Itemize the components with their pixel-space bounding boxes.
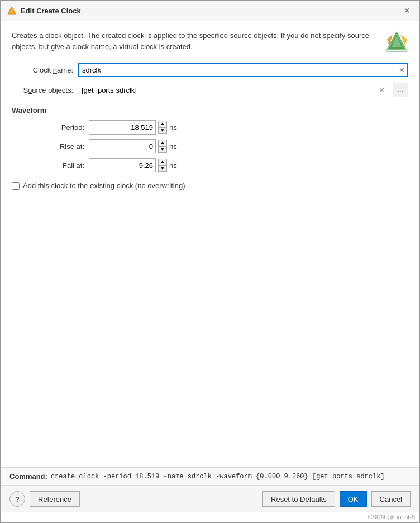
description-text: Creates a clock object. The created cloc…	[12, 30, 379, 52]
reference-button[interactable]: Reference	[30, 491, 80, 507]
waveform-title: Waveform	[12, 106, 408, 114]
title-icon: !	[7, 6, 16, 15]
help-button[interactable]: ?	[9, 491, 25, 507]
source-objects-input[interactable]	[78, 83, 388, 97]
dialog-window: ! Edit Create Clock ✕ Creates a clock ob…	[0, 0, 420, 523]
source-objects-label: Source objects:	[12, 86, 73, 94]
fall-at-down-button[interactable]: ▼	[158, 165, 167, 172]
svg-text:!: !	[11, 9, 13, 14]
clock-name-input-wrapper: ✕	[78, 63, 408, 77]
source-objects-row: Source objects: ✕ ...	[12, 83, 408, 97]
fall-at-input[interactable]	[89, 158, 156, 172]
footer-left: ? Reference	[9, 491, 80, 507]
period-down-button[interactable]: ▼	[158, 127, 167, 134]
rise-at-row: Rise at: ▲ ▼ ns	[23, 139, 408, 153]
period-spinner: ▲ ▼	[158, 121, 167, 134]
description-area: Creates a clock object. The created cloc…	[12, 30, 408, 54]
waveform-section: Waveform Period: ▲ ▼ ns R	[12, 106, 408, 172]
body-spacer	[12, 199, 408, 458]
fall-at-spinner: ▲ ▼	[158, 159, 167, 172]
rise-at-unit: ns	[169, 142, 183, 151]
rise-at-label: Rise at:	[23, 142, 84, 151]
ok-button[interactable]: OK	[340, 491, 367, 507]
form-section: Clock name: ✕ Source objects: ✕ ...	[12, 63, 408, 97]
add-clock-checkbox-row: Add this clock to the existing clock (no…	[12, 181, 408, 190]
fall-at-input-wrapper: ▲ ▼ ns	[89, 158, 183, 172]
source-objects-browse-button[interactable]: ...	[393, 83, 408, 97]
fall-at-label: Fall at:	[23, 161, 84, 170]
watermark: CSDN @Linest-5	[1, 512, 419, 522]
rise-at-input-wrapper: ▲ ▼ ns	[89, 139, 183, 153]
source-objects-input-wrapper: ✕	[78, 83, 388, 97]
rise-at-spinner: ▲ ▼	[158, 140, 167, 153]
clock-name-row: Clock name: ✕	[12, 63, 408, 77]
close-button[interactable]: ✕	[402, 5, 413, 16]
rise-at-input[interactable]	[89, 139, 156, 153]
command-label: Command:	[9, 472, 47, 481]
fall-at-row: Fall at: ▲ ▼ ns	[23, 158, 408, 172]
source-objects-clear-button[interactable]: ✕	[377, 85, 386, 94]
dialog-body: Creates a clock object. The created cloc…	[1, 21, 419, 467]
period-unit: ns	[169, 123, 183, 132]
app-logo	[385, 30, 408, 54]
command-bar: Command: create_clock -period 18.519 -na…	[1, 467, 419, 485]
add-clock-checkbox-label[interactable]: Add this clock to the existing clock (no…	[23, 181, 185, 190]
clock-name-label: Clock name:	[12, 66, 73, 74]
clock-name-clear-button[interactable]: ✕	[397, 65, 406, 74]
cancel-button[interactable]: Cancel	[371, 491, 411, 507]
footer-right: Reset to Defaults OK Cancel	[262, 491, 411, 507]
period-up-button[interactable]: ▲	[158, 121, 167, 127]
footer: ? Reference Reset to Defaults OK Cancel	[1, 485, 419, 512]
clock-name-input[interactable]	[78, 63, 408, 77]
rise-at-down-button[interactable]: ▼	[158, 146, 167, 153]
period-label: Period:	[23, 123, 84, 132]
period-input[interactable]	[89, 120, 156, 135]
rise-at-up-button[interactable]: ▲	[158, 140, 167, 146]
waveform-fields: Period: ▲ ▼ ns Rise at:	[12, 120, 408, 172]
period-input-wrapper: ▲ ▼ ns	[89, 120, 183, 135]
title-bar-left: ! Edit Create Clock	[7, 6, 81, 15]
fall-at-unit: ns	[169, 161, 183, 170]
dialog-title: Edit Create Clock	[21, 7, 81, 15]
add-clock-checkbox[interactable]	[12, 182, 20, 190]
fall-at-up-button[interactable]: ▲	[158, 159, 167, 165]
reset-defaults-button[interactable]: Reset to Defaults	[262, 491, 335, 507]
period-row: Period: ▲ ▼ ns	[23, 120, 408, 135]
title-bar: ! Edit Create Clock ✕	[1, 1, 419, 21]
command-text: create_clock -period 18.519 -name sdrclk…	[51, 473, 385, 481]
